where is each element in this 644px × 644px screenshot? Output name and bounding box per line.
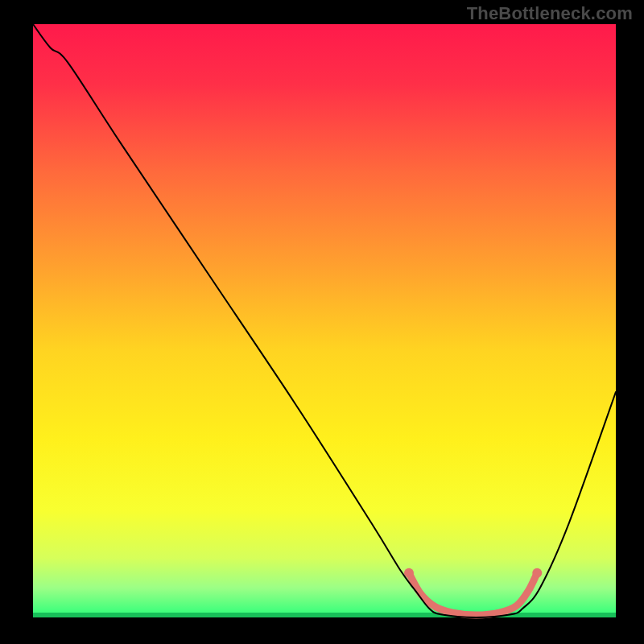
chart-canvas [0,0,644,644]
chart-frame: TheBottleneck.com [0,0,644,644]
plot-background [33,24,616,617]
marker-end-dot [532,568,542,578]
watermark-text: TheBottleneck.com [467,3,633,24]
baseline-strip [33,613,616,617]
marker-start-dot [404,568,414,578]
